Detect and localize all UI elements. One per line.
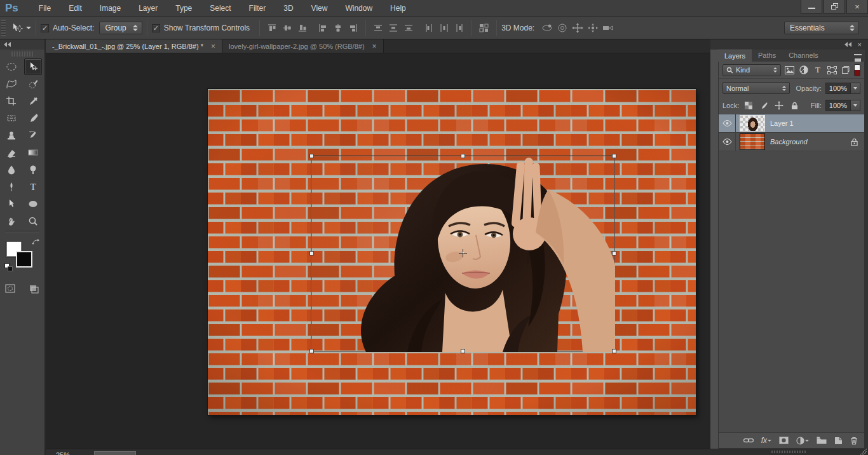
crop-tool[interactable] xyxy=(3,93,20,109)
corner-resize-grip[interactable] xyxy=(860,449,867,455)
smart-object-filter-icon[interactable] xyxy=(840,64,851,76)
default-colors-icon[interactable] xyxy=(4,263,13,271)
menu-3d[interactable]: 3D xyxy=(275,0,302,17)
filter-toggle-switch[interactable] xyxy=(854,64,860,76)
hand-tool[interactable] xyxy=(3,213,20,229)
menu-select[interactable]: Select xyxy=(201,0,240,17)
eraser-tool[interactable] xyxy=(3,144,20,161)
new-group-button[interactable] xyxy=(817,437,827,444)
dodge-tool[interactable] xyxy=(24,161,42,178)
align-bottom-edges-icon[interactable] xyxy=(295,20,310,36)
tool-preset-caret[interactable] xyxy=(26,27,31,29)
link-layers-button[interactable] xyxy=(743,437,754,444)
brick-wall-canvas[interactable] xyxy=(208,89,696,415)
quick-selection-tool[interactable] xyxy=(24,76,42,92)
lock-position-icon[interactable] xyxy=(773,100,785,111)
workspace-switcher-dropdown[interactable]: Essentials xyxy=(784,22,859,34)
lock-image-pixels-icon[interactable] xyxy=(758,100,770,111)
align-right-edges-icon[interactable] xyxy=(346,20,361,36)
opacity-field[interactable]: 100% xyxy=(825,83,860,94)
move-tool[interactable] xyxy=(24,58,42,75)
align-vertical-centers-icon[interactable] xyxy=(280,20,295,36)
collapse-panels-icon[interactable] xyxy=(844,42,851,47)
layer-name[interactable]: Background xyxy=(770,138,808,146)
blend-mode-dropdown[interactable]: Normal xyxy=(722,82,790,94)
transform-handle-top-middle[interactable] xyxy=(461,154,465,158)
close-button[interactable]: × xyxy=(846,0,868,14)
menu-view[interactable]: View xyxy=(302,0,337,17)
distribute-vertical-centers-icon[interactable] xyxy=(386,20,401,36)
options-bar-grip[interactable] xyxy=(1,20,6,36)
tab-close-icon[interactable]: × xyxy=(211,42,215,51)
3d-slide-camera-icon[interactable] xyxy=(585,20,600,36)
gradient-tool[interactable] xyxy=(24,144,42,161)
3d-rotate-camera-icon[interactable] xyxy=(539,20,555,36)
history-brush-tool[interactable] xyxy=(24,127,42,144)
elliptical-marquee-tool[interactable] xyxy=(3,58,20,75)
layer-row-layer-1[interactable]: Layer 1 xyxy=(719,114,864,133)
menu-layer[interactable]: Layer xyxy=(130,0,166,17)
transform-handle-top-left[interactable] xyxy=(309,154,314,158)
swap-colors-icon[interactable] xyxy=(31,238,40,247)
menu-window[interactable]: Window xyxy=(336,0,381,17)
transform-handle-bottom-middle[interactable] xyxy=(461,349,465,353)
minimize-button[interactable] xyxy=(801,0,822,14)
new-adjustment-layer-button[interactable] xyxy=(796,437,809,445)
pen-tool[interactable] xyxy=(3,179,20,195)
document-tab-lovely-girl[interactable]: lovely-girl-wallpaper-2.jpg @ 50% (RGB/8… xyxy=(222,39,384,53)
fill-field[interactable]: 100% xyxy=(825,100,860,111)
layer-thumbnail[interactable] xyxy=(740,115,765,132)
add-layer-mask-button[interactable] xyxy=(779,437,789,444)
collapse-tools-button[interactable] xyxy=(0,39,44,50)
fill-value[interactable]: 100% xyxy=(825,100,851,111)
menu-help[interactable]: Help xyxy=(381,0,415,17)
ellipse-shape-tool[interactable] xyxy=(24,196,42,212)
3d-drag-camera-icon[interactable] xyxy=(570,20,585,36)
quick-mask-mode-button[interactable] xyxy=(1,280,19,297)
auto-select-checkbox[interactable]: ✓ xyxy=(41,24,49,32)
polygonal-lasso-tool[interactable] xyxy=(3,76,20,92)
menu-file[interactable]: File xyxy=(30,0,60,17)
lock-transparent-pixels-icon[interactable] xyxy=(743,100,754,111)
blur-tool[interactable] xyxy=(3,161,20,178)
distribute-left-edges-icon[interactable] xyxy=(421,20,437,36)
close-panel-icon[interactable]: × xyxy=(858,41,862,48)
patch-tool[interactable] xyxy=(3,110,20,126)
pixel-layer-filter-icon[interactable] xyxy=(783,64,795,76)
opacity-dropdown-button[interactable] xyxy=(851,83,860,94)
distribute-right-edges-icon[interactable] xyxy=(452,20,467,36)
layer-filter-kind-dropdown[interactable]: Kind xyxy=(722,64,781,76)
auto-select-target-dropdown[interactable]: Group xyxy=(99,22,142,34)
dock-resize-grip[interactable] xyxy=(771,451,807,453)
layer-style-fx-button[interactable]: fx xyxy=(761,436,771,445)
transform-handle-middle-left[interactable] xyxy=(309,251,314,255)
align-top-edges-icon[interactable] xyxy=(264,20,280,36)
align-left-edges-icon[interactable] xyxy=(315,20,330,36)
3d-roll-camera-icon[interactable] xyxy=(555,20,570,36)
3d-zoom-camera-icon[interactable] xyxy=(600,20,616,36)
transform-handle-top-right[interactable] xyxy=(612,154,616,158)
document-viewport[interactable] xyxy=(46,53,710,449)
auto-align-layers-icon[interactable] xyxy=(477,20,492,36)
layer-row-background[interactable]: Background xyxy=(719,133,864,151)
new-layer-button[interactable] xyxy=(834,437,843,445)
distribute-bottom-edges-icon[interactable] xyxy=(401,20,416,36)
transform-handle-bottom-right[interactable] xyxy=(612,349,616,353)
tab-channels[interactable]: Channels xyxy=(782,50,824,62)
brush-tool[interactable] xyxy=(24,110,42,126)
adjustment-layer-filter-icon[interactable] xyxy=(798,64,810,76)
fill-dropdown-button[interactable] xyxy=(851,100,860,111)
background-color-swatch[interactable] xyxy=(16,251,32,268)
layer-visibility-toggle[interactable] xyxy=(719,133,736,151)
panel-menu-button[interactable] xyxy=(851,50,865,62)
transform-reference-point[interactable] xyxy=(459,249,467,257)
shape-layer-filter-icon[interactable] xyxy=(826,64,837,76)
menu-edit[interactable]: Edit xyxy=(60,0,91,17)
opacity-value[interactable]: 100% xyxy=(825,83,851,94)
menu-image[interactable]: Image xyxy=(91,0,130,17)
document-tab-brickwall[interactable]: -_Brickwall_01_-.jpg @ 25% (Layer 1, RGB… xyxy=(46,39,222,53)
transform-handle-bottom-left[interactable] xyxy=(309,349,314,353)
move-tool-preset-icon[interactable] xyxy=(10,20,25,36)
layer-visibility-toggle[interactable] xyxy=(719,114,736,133)
menu-type[interactable]: Type xyxy=(166,0,201,17)
